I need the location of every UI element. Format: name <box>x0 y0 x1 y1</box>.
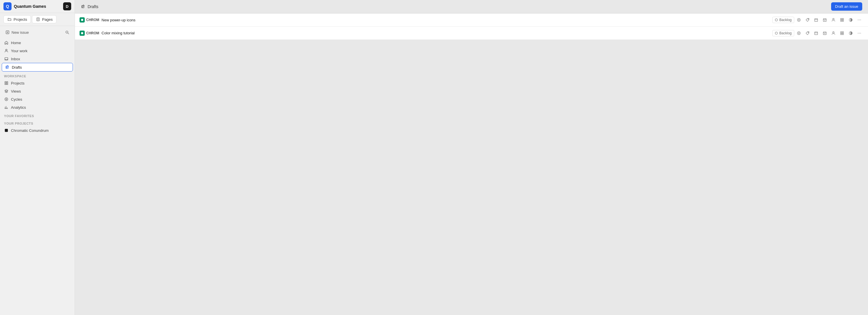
main-content: Drafts Draft an issue CHROM New power-up… <box>75 0 868 315</box>
sidebar-item-cycles[interactable]: Cycles <box>0 95 75 103</box>
bar-chart-icon <box>4 105 9 110</box>
new-issue-icon <box>5 30 10 35</box>
svg-rect-14 <box>7 83 8 85</box>
folder-icon <box>7 17 12 22</box>
svg-point-16 <box>6 99 7 100</box>
contrast-icon[interactable] <box>847 29 855 37</box>
table-row: CHROM New power-up icons Backlog <box>75 13 868 27</box>
status-dot <box>775 19 778 21</box>
sidebar: Q Quantum Games D Projects <box>0 0 75 315</box>
sidebar-nav: Home Your work Inbox <box>0 39 75 71</box>
assignee-icon[interactable] <box>829 29 837 37</box>
projects-nav-button[interactable]: Projects <box>3 15 31 23</box>
date-icon[interactable] <box>812 29 820 37</box>
svg-point-58 <box>833 31 834 33</box>
home-icon <box>4 40 9 45</box>
svg-rect-13 <box>5 83 6 85</box>
empty-area <box>75 164 868 315</box>
issue-title[interactable]: New power-up icons <box>101 18 770 22</box>
svg-point-6 <box>66 31 68 33</box>
issue-title[interactable]: Color mixing tutorial <box>101 31 770 35</box>
sidebar-item-your-work[interactable]: Your work <box>0 47 75 55</box>
top-nav: Projects Pages <box>0 13 75 26</box>
project-code: CHROM <box>86 18 99 22</box>
svg-point-42 <box>858 20 859 20</box>
person-icon <box>4 49 9 53</box>
sidebar-header: Q Quantum Games D <box>0 0 75 13</box>
inbox-icon <box>4 57 9 61</box>
main-page-title: Drafts <box>88 4 98 9</box>
new-issue-button[interactable]: New issue <box>3 29 31 36</box>
workspace-section-label: WORKSPACE <box>0 71 75 79</box>
svg-rect-32 <box>823 19 827 22</box>
sidebar-item-chromatic-conundrum[interactable]: Chromatic Conundrum <box>0 126 75 135</box>
svg-rect-61 <box>841 33 842 34</box>
issue-actions: Backlog <box>772 29 863 37</box>
projects-section-label: YOUR PROJECTS <box>0 119 75 126</box>
pages-nav-button[interactable]: Pages <box>32 15 57 23</box>
main-title-edit-icon <box>81 4 85 9</box>
svg-point-27 <box>808 19 809 20</box>
svg-point-44 <box>860 20 861 20</box>
svg-rect-54 <box>823 32 827 35</box>
workspace-logo: Q <box>3 2 11 10</box>
assignee-icon[interactable] <box>829 16 837 24</box>
sidebar-item-inbox[interactable]: Inbox <box>0 55 75 63</box>
workspace-nav: Projects Views Cycles <box>0 79 75 111</box>
svg-rect-60 <box>842 31 843 33</box>
project-nav: Chromatic Conundrum <box>0 126 75 135</box>
main-title-area: Drafts <box>81 4 98 9</box>
project-icon <box>80 17 85 23</box>
calendar-icon[interactable] <box>821 16 829 24</box>
svg-point-23 <box>81 19 83 21</box>
label-icon[interactable] <box>803 16 811 24</box>
more-options-icon[interactable] <box>855 29 863 37</box>
grid-action-icon[interactable] <box>838 16 846 24</box>
draft-an-issue-button[interactable]: Draft an issue <box>831 2 862 11</box>
workspace-name: Quantum Games <box>14 4 46 9</box>
svg-point-49 <box>808 32 809 33</box>
favorites-section-label: YOUR FAVORITES <box>0 111 75 119</box>
svg-point-15 <box>5 98 8 101</box>
svg-rect-12 <box>7 82 8 83</box>
date-icon[interactable] <box>812 16 820 24</box>
svg-rect-38 <box>842 19 843 20</box>
grid-icon <box>4 81 9 85</box>
workspace-title[interactable]: Q Quantum Games <box>3 2 46 10</box>
svg-rect-59 <box>841 31 842 33</box>
cycles-icon <box>4 97 9 102</box>
drafts-edit-icon <box>5 65 9 69</box>
sidebar-item-drafts[interactable]: Drafts <box>2 63 73 71</box>
status-badge[interactable]: Backlog <box>772 17 794 23</box>
svg-line-7 <box>68 33 69 34</box>
more-options-icon[interactable] <box>855 16 863 24</box>
sidebar-item-analytics[interactable]: Analytics <box>0 103 75 111</box>
grid-action-icon[interactable] <box>838 29 846 37</box>
main-header: Drafts Draft an issue <box>75 0 868 13</box>
svg-point-66 <box>860 33 861 33</box>
contrast-icon[interactable] <box>847 16 855 24</box>
status-dot <box>775 32 778 35</box>
sidebar-actions: New issue <box>0 26 75 39</box>
project-square-icon <box>4 128 9 133</box>
svg-rect-50 <box>815 32 818 35</box>
sidebar-item-views[interactable]: Views <box>0 87 75 95</box>
issue-list: CHROM New power-up icons Backlog <box>75 13 868 164</box>
svg-rect-28 <box>815 19 818 22</box>
calendar-icon[interactable] <box>821 29 829 37</box>
status-badge[interactable]: Backlog <box>772 30 794 36</box>
project-icon <box>80 31 85 36</box>
label-icon[interactable] <box>803 29 811 37</box>
no-action-icon[interactable] <box>795 16 803 24</box>
avatar[interactable]: D <box>63 2 71 10</box>
svg-rect-0 <box>37 18 39 21</box>
svg-rect-21 <box>5 129 8 132</box>
sidebar-item-projects[interactable]: Projects <box>0 79 75 87</box>
svg-point-65 <box>859 33 860 33</box>
sidebar-item-home[interactable]: Home <box>0 39 75 47</box>
svg-point-8 <box>5 49 7 51</box>
no-action-icon[interactable] <box>795 29 803 37</box>
project-badge: CHROM <box>80 17 99 23</box>
search-button[interactable] <box>63 28 71 36</box>
layers-icon <box>4 89 9 93</box>
